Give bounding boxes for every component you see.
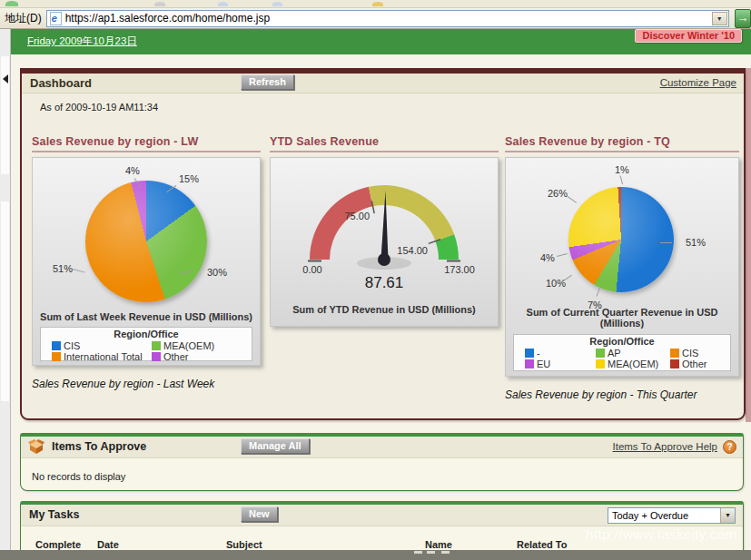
label-leader-line	[557, 253, 568, 257]
legend-label: MEA(OEM)	[608, 359, 658, 369]
label-leader-line	[73, 269, 85, 273]
dashboard-header: Dashboard Refresh Customize Page	[22, 74, 744, 93]
customize-page-link[interactable]: Customize Page	[660, 77, 736, 88]
legend-label: -	[537, 348, 540, 359]
screen: 地址(D) e https://ap1.salesforce.com/home/…	[0, 0, 751, 560]
url-text: https://ap1.salesforce.com/home/home.jsp	[65, 12, 270, 25]
chart-panel-ytd: 0.00 75.00 154.00 173.00 87.61 Sum of YT…	[270, 157, 499, 327]
legend-swatch	[525, 359, 534, 368]
dashboard-title: Dashboard	[30, 76, 92, 90]
url-dropdown-button[interactable]: ▼	[712, 12, 727, 25]
legend-swatch	[596, 349, 605, 358]
date-link[interactable]: Friday 2009年10月23日	[27, 34, 137, 48]
pie-label: 1%	[615, 164, 629, 175]
my-tasks-section: My Tasks New Today + Overdue ▼ Complete …	[20, 501, 744, 550]
legend-swatch	[152, 341, 161, 350]
legend-item: AP	[596, 348, 670, 359]
as-of-timestamp: As of 2009-10-19 AM11:34	[40, 102, 158, 113]
chart-column-lw: Sales Revenue by region - LW 4% 15% 51% …	[32, 135, 261, 390]
label-leader-line	[597, 288, 600, 297]
items-to-approve-header: Items To Approve Manage All Items To App…	[21, 437, 743, 458]
column-header-name: Name	[425, 539, 452, 550]
legend-label: Other	[163, 351, 189, 362]
legend-item: CIS	[670, 348, 736, 359]
chart-column-ytd: YTD Sales Revenue	[270, 135, 499, 327]
top-banner: Friday 2009年10月23日 Discover Winter '10	[11, 29, 751, 54]
legend-swatch	[670, 359, 679, 368]
legend-label: EU	[537, 359, 550, 369]
legend-label: MEA(OEM)	[163, 340, 214, 351]
chart-title: YTD Sales Revenue	[270, 135, 499, 148]
url-input[interactable]: e https://ap1.salesforce.com/home/home.j…	[46, 10, 729, 27]
pie-label: 26%	[548, 188, 568, 199]
gauge-segment-mid	[369, 185, 454, 241]
legend-item: MEA(OEM)	[152, 340, 252, 351]
chart-panel-tq: 1% 26% 51% 4% 10% 7% Sum of Current Quar…	[505, 157, 739, 377]
help-icon[interactable]: ?	[723, 440, 736, 454]
gauge-tick-label: 75.00	[344, 211, 370, 221]
items-to-approve-help-link[interactable]: Items To Approve Help	[613, 441, 718, 452]
column-header-complete: Complete	[35, 539, 81, 550]
legend-label: AP	[608, 348, 621, 359]
legend-item: EU	[525, 359, 596, 369]
pie-chart-tq[interactable]	[568, 187, 674, 292]
promo-badge[interactable]: Discover Winter '10	[635, 29, 742, 43]
clipped-text-fragment	[414, 551, 422, 554]
chart-title: Sales Revenue by region - TQ	[505, 135, 739, 148]
toolbar-fragment-icon	[154, 2, 165, 6]
legend-item: -	[525, 348, 596, 359]
legend-label: CIS	[682, 348, 698, 359]
chart-title-rule	[32, 151, 261, 152]
chart-footer-caption: Sales Revenue by region - This Quarter	[505, 388, 739, 401]
my-tasks-header: My Tasks New Today + Overdue ▼	[21, 505, 743, 526]
toolbar-fragment-icon	[272, 2, 282, 6]
sidebar-collapse-strip[interactable]	[0, 29, 11, 550]
legend-item: Other	[152, 351, 252, 362]
task-filter-select[interactable]: Today + Overdue ▼	[608, 507, 736, 524]
pie-label: 51%	[686, 237, 706, 248]
ie-address-bar: 地址(D) e https://ap1.salesforce.com/home/…	[0, 8, 751, 29]
address-label: 地址(D)	[0, 11, 46, 26]
legend-label: International Total	[64, 351, 143, 362]
ie-page-icon: e	[50, 12, 62, 25]
pie-chart-lw[interactable]	[85, 181, 207, 302]
select-dropdown-icon[interactable]: ▼	[720, 508, 735, 523]
watermark: http://www.taskcity.com	[586, 526, 736, 542]
chart-footer-caption: Sales Revenue by region - Last Week	[32, 378, 261, 390]
label-leader-line	[568, 196, 577, 203]
chart-title: Sales Revenue by region - LW	[32, 135, 261, 148]
legend-swatch	[525, 349, 534, 358]
sidebar-strip-segment	[1, 201, 9, 401]
chart-legend: Region/Office - AP CIS EU MEA(OEM) Other	[513, 334, 731, 371]
new-task-button[interactable]: New	[241, 506, 278, 522]
pie-label: 4%	[125, 165, 140, 176]
gauge-needle-hub	[378, 253, 390, 266]
pie-label: 4%	[540, 252, 555, 263]
refresh-button[interactable]: Refresh	[241, 74, 294, 90]
legend-title: Region/Office	[41, 329, 252, 339]
column-header-date: Date	[97, 539, 119, 550]
legend-item: MEA(OEM)	[596, 359, 670, 369]
legend-swatch	[596, 359, 605, 368]
go-arrow-icon: →	[736, 11, 748, 25]
clipped-text-fragment	[427, 551, 435, 554]
chart-unit-caption: Sum of YTD Revenue in USD (Millions)	[271, 304, 498, 315]
pie-label: 51%	[53, 263, 73, 274]
legend-label: CIS	[64, 340, 80, 351]
items-to-approve-section: Items To Approve Manage All Items To App…	[20, 433, 744, 491]
label-leader-line	[620, 175, 624, 184]
go-button[interactable]: →	[735, 9, 751, 28]
manage-all-button[interactable]: Manage All	[241, 438, 310, 454]
chart-title-rule	[270, 151, 499, 152]
bottom-clipped-bar	[0, 550, 751, 560]
chart-title-rule	[505, 151, 739, 152]
pie-label: 15%	[179, 173, 199, 184]
chart-unit-caption: Sum of Last Week Revenue in USD (Million…	[33, 311, 260, 322]
gauge-chart[interactable]: 0.00 75.00 154.00 173.00	[280, 167, 489, 276]
pie-label: 30%	[207, 267, 227, 278]
legend-item: Other	[670, 359, 736, 369]
legend-title: Region/Office	[514, 336, 730, 347]
main-content: Dashboard Refresh Customize Page As of 2…	[11, 54, 751, 550]
sidebar-collapse-icon[interactable]	[3, 74, 8, 84]
legend-swatch	[52, 352, 61, 361]
